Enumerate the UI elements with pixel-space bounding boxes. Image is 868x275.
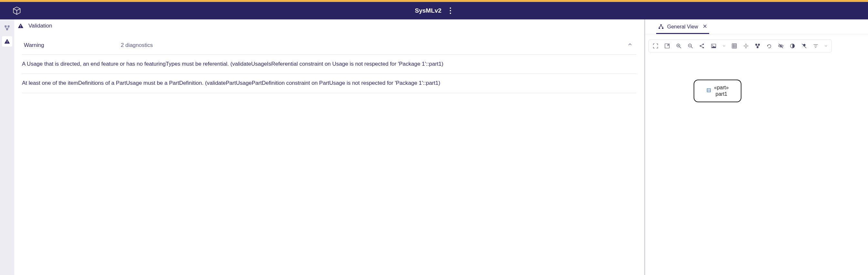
cube-icon — [12, 6, 21, 15]
zoom-out-button[interactable] — [686, 41, 695, 51]
warning-icon — [18, 23, 24, 29]
export-image-menu[interactable] — [720, 41, 727, 51]
warning-icon — [4, 38, 10, 45]
svg-rect-3 — [7, 41, 7, 42]
app-menu-button[interactable] — [448, 5, 453, 16]
svg-rect-2 — [6, 28, 8, 30]
warning-summary-row[interactable]: Warning 2 diagnostics — [22, 33, 637, 52]
part-node-text: «part» part1 — [714, 84, 728, 98]
pin-off-button[interactable] — [799, 41, 809, 51]
grid-button[interactable] — [730, 41, 739, 51]
layout-icon — [755, 43, 761, 49]
svg-rect-7 — [660, 25, 662, 26]
diagram-canvas[interactable]: «part» part1 — [645, 52, 868, 275]
snap-button[interactable] — [741, 41, 751, 51]
diagnostics-list: A Usage that is directed, an end feature… — [22, 54, 637, 93]
tree-icon — [4, 25, 10, 31]
filter-button[interactable] — [811, 41, 820, 51]
chevron-down-icon — [824, 44, 828, 48]
rail-tree-button[interactable] — [2, 23, 12, 33]
validation-panel: Validation Warning 2 diagnostics A Usage… — [14, 20, 645, 275]
diagnostic-item[interactable]: At least one of the itemDefinitions of a… — [22, 74, 637, 93]
svg-rect-20 — [758, 44, 760, 45]
tab-general-view[interactable]: General View — [656, 22, 709, 34]
visibility-off-button[interactable] — [776, 41, 786, 51]
app-title: SysMLv2 — [415, 7, 441, 14]
fit-to-screen-button[interactable] — [651, 41, 660, 51]
redo-icon — [766, 43, 772, 49]
part-node-icon — [706, 88, 711, 94]
part-name: part1 — [716, 91, 727, 97]
warning-label: Warning — [24, 42, 44, 49]
fullscreen-icon — [664, 43, 670, 49]
svg-rect-24 — [707, 89, 711, 92]
svg-rect-5 — [20, 25, 21, 27]
fit-to-screen-icon — [653, 43, 658, 49]
part-node[interactable]: «part» part1 — [693, 80, 741, 102]
diagnostic-item[interactable]: A Usage that is directed, an end feature… — [22, 55, 637, 74]
svg-rect-21 — [756, 47, 758, 48]
eye-off-icon — [778, 43, 784, 49]
export-image-button[interactable] — [709, 41, 718, 51]
diagram-panel: General View — [645, 20, 868, 275]
validation-title: Validation — [28, 23, 52, 29]
svg-rect-6 — [20, 27, 21, 28]
toolbar-more-button[interactable] — [823, 41, 830, 51]
grid-icon — [732, 43, 737, 49]
zoom-out-icon — [687, 43, 693, 49]
tab-close-button[interactable] — [702, 24, 707, 30]
chevron-up-icon — [627, 42, 632, 47]
left-rail — [0, 20, 14, 275]
main-area: Validation Warning 2 diagnostics A Usage… — [0, 20, 868, 275]
svg-point-17 — [712, 45, 713, 46]
diagram-toolbar — [648, 39, 832, 52]
pin-off-icon — [801, 43, 807, 49]
top-bar: SysMLv2 — [0, 2, 868, 20]
snap-icon — [743, 43, 749, 49]
tab-bar: General View — [645, 20, 868, 34]
chevron-down-icon — [722, 44, 726, 48]
part-stereotype: «part» — [714, 85, 728, 90]
image-icon — [711, 43, 717, 49]
collapse-icon[interactable] — [627, 42, 634, 49]
svg-rect-1 — [8, 26, 10, 28]
svg-rect-9 — [662, 28, 663, 29]
validation-body: Warning 2 diagnostics A Usage that is di… — [14, 33, 644, 275]
share-icon — [699, 43, 705, 49]
svg-rect-8 — [659, 28, 660, 29]
fullscreen-button[interactable] — [662, 41, 672, 51]
diagnostics-count: 2 diagnostics — [121, 42, 153, 49]
close-icon — [703, 24, 707, 28]
arrange-button[interactable] — [753, 41, 763, 51]
zoom-in-button[interactable] — [674, 41, 684, 51]
contrast-icon — [789, 43, 795, 49]
validation-header: Validation — [14, 20, 644, 33]
share-button[interactable] — [697, 41, 707, 51]
tab-label: General View — [667, 24, 698, 30]
contrast-button[interactable] — [787, 41, 797, 51]
svg-rect-4 — [7, 43, 7, 43]
diagram-icon — [658, 24, 664, 30]
zoom-in-icon — [676, 43, 682, 49]
filter-icon — [813, 43, 818, 49]
rail-validation-button[interactable] — [2, 36, 12, 47]
redo-button[interactable] — [764, 41, 774, 51]
app-logo[interactable] — [12, 6, 21, 15]
svg-rect-19 — [755, 44, 757, 45]
svg-rect-0 — [5, 26, 7, 28]
svg-rect-18 — [732, 44, 737, 48]
